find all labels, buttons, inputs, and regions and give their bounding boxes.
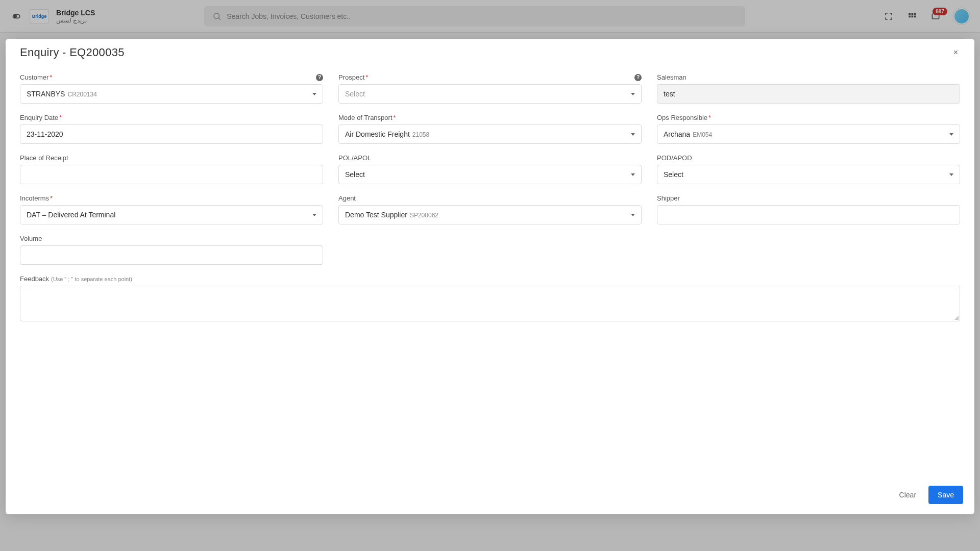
required-mark: *	[365, 73, 368, 81]
mode-of-transport-select[interactable]: Air Domestic Freight 21058	[338, 124, 642, 144]
enquiry-date-field-group: Enquiry Date * 23-11-2020	[20, 114, 323, 144]
shipper-field-group: Shipper	[657, 194, 960, 224]
chevron-down-icon	[312, 214, 316, 216]
incoterms-label: Incoterms	[20, 194, 49, 202]
incoterms-select[interactable]: DAT – Delivered At Terminal	[20, 205, 323, 224]
feedback-textarea[interactable]	[20, 286, 960, 321]
close-icon[interactable]: ×	[949, 46, 962, 59]
incoterms-field-group: Incoterms * DAT – Delivered At Terminal	[20, 194, 323, 224]
mode-of-transport-label: Mode of Transport	[338, 114, 393, 121]
prospect-select[interactable]: Select	[338, 84, 642, 104]
volume-label: Volume	[20, 235, 42, 242]
required-mark: *	[59, 114, 62, 121]
customer-field-group: Customer * ? STRANBYS CR200134	[20, 73, 323, 104]
pol-apol-field-group: POL/APOL Select	[338, 154, 642, 184]
place-of-receipt-label: Place of Receipt	[20, 154, 68, 162]
pod-apod-select[interactable]: Select	[657, 165, 960, 184]
help-icon[interactable]: ?	[316, 74, 323, 81]
help-icon[interactable]: ?	[634, 74, 642, 81]
chevron-down-icon	[631, 173, 635, 176]
pol-apol-label: POL/APOL	[338, 154, 371, 162]
place-of-receipt-input[interactable]	[20, 165, 323, 184]
agent-label: Agent	[338, 194, 356, 202]
required-mark: *	[50, 73, 52, 81]
feedback-hint: (Use " ; " to separate each point)	[51, 276, 132, 282]
enquiry-modal: Enquiry - EQ200035 × Customer * ? STRANB…	[6, 39, 974, 514]
required-mark: *	[394, 114, 396, 121]
place-of-receipt-field-group: Place of Receipt	[20, 154, 323, 184]
feedback-field-group: Feedback (Use " ; " to separate each poi…	[20, 275, 960, 321]
required-mark: *	[708, 114, 711, 121]
prospect-label: Prospect	[338, 73, 364, 81]
feedback-label: Feedback	[20, 275, 49, 283]
agent-select[interactable]: Demo Test Supplier SP200062	[338, 205, 642, 224]
modal-body: Customer * ? STRANBYS CR200134 Prospect …	[6, 64, 974, 479]
customer-select[interactable]: STRANBYS CR200134	[20, 84, 323, 104]
ops-responsible-label: Ops Responsible	[657, 114, 707, 121]
enquiry-date-input[interactable]: 23-11-2020	[20, 124, 323, 144]
mode-of-transport-field-group: Mode of Transport * Air Domestic Freight…	[338, 114, 642, 144]
chevron-down-icon	[949, 133, 953, 136]
pod-apod-label: POD/APOD	[657, 154, 692, 162]
ops-responsible-select[interactable]: Archana EM054	[657, 124, 960, 144]
pol-apol-select[interactable]: Select	[338, 165, 642, 184]
ops-responsible-field-group: Ops Responsible * Archana EM054	[657, 114, 960, 144]
chevron-down-icon	[312, 93, 316, 95]
required-mark: *	[50, 194, 53, 202]
prospect-field-group: Prospect * ? Select	[338, 73, 642, 104]
modal-header: Enquiry - EQ200035 ×	[6, 39, 974, 64]
chevron-down-icon	[631, 133, 635, 136]
chevron-down-icon	[949, 173, 953, 176]
modal-title: Enquiry - EQ200035	[20, 46, 125, 59]
pod-apod-field-group: POD/APOD Select	[657, 154, 960, 184]
volume-input[interactable]	[20, 245, 323, 265]
shipper-label: Shipper	[657, 194, 680, 202]
agent-field-group: Agent Demo Test Supplier SP200062	[338, 194, 642, 224]
volume-field-group: Volume	[20, 235, 323, 265]
salesman-input: test	[657, 84, 960, 104]
modal-footer: Clear Save	[6, 479, 974, 514]
shipper-input[interactable]	[657, 205, 960, 224]
salesman-field-group: Salesman test	[657, 73, 960, 104]
save-button[interactable]: Save	[928, 486, 963, 504]
salesman-label: Salesman	[657, 73, 687, 81]
enquiry-date-label: Enquiry Date	[20, 114, 58, 121]
chevron-down-icon	[631, 214, 635, 216]
customer-label: Customer	[20, 73, 48, 81]
clear-button[interactable]: Clear	[890, 486, 925, 504]
chevron-down-icon	[631, 93, 635, 95]
